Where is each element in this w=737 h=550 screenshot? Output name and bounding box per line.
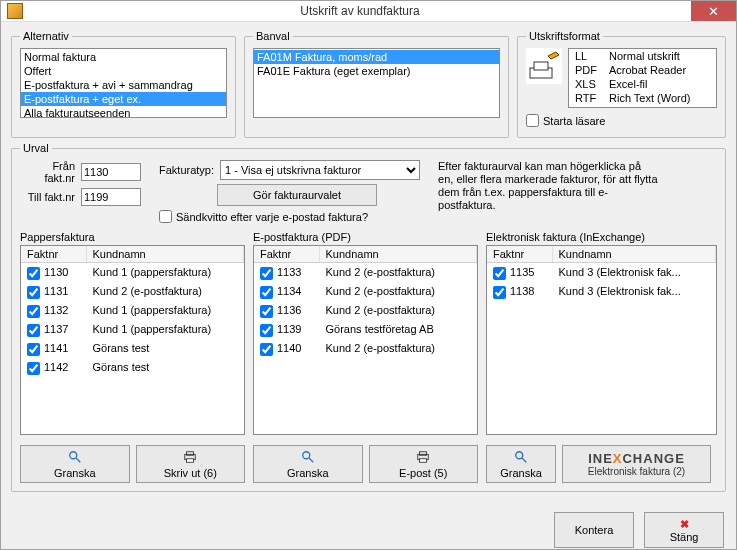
- sandkvitto-checkbox[interactable]: Sändkvitto efter varje e-postad faktura?: [159, 210, 368, 223]
- printer-icon: [183, 450, 197, 466]
- table-row[interactable]: 1141Görans test: [21, 339, 244, 358]
- table-row[interactable]: 1133Kund 2 (e-postfaktura): [254, 263, 477, 283]
- magnifier-icon: [68, 450, 82, 466]
- printer-icon: [416, 450, 430, 466]
- list-item[interactable]: E-postfaktura + eget ex.: [21, 92, 226, 106]
- epost-title: E-postfaktura (PDF): [253, 231, 478, 243]
- row-checkbox[interactable]: [27, 267, 40, 280]
- format-row[interactable]: PDFAcrobat Reader: [569, 63, 716, 77]
- row-checkbox[interactable]: [27, 362, 40, 375]
- list-item[interactable]: Normal faktura: [21, 50, 226, 64]
- elektronisk-title: Elektronisk faktura (InExchange): [486, 231, 717, 243]
- papers-grid[interactable]: FaktnrKundnamn1130Kund 1 (pappersfaktura…: [20, 245, 245, 435]
- utskriftsformat-legend: Utskriftsformat: [526, 30, 603, 42]
- urval-legend: Urval: [20, 142, 52, 154]
- row-checkbox[interactable]: [27, 324, 40, 337]
- close-button[interactable]: ✖ Stäng: [644, 512, 724, 548]
- col-faktnr[interactable]: Faktnr: [254, 246, 319, 263]
- table-row[interactable]: 1136Kund 2 (e-postfaktura): [254, 301, 477, 320]
- format-list[interactable]: LLNormal utskriftPDFAcrobat ReaderXLSExc…: [568, 48, 717, 108]
- table-row[interactable]: 1135Kund 3 (Elektronisk fak...: [487, 263, 716, 283]
- papers-title: Pappersfaktura: [20, 231, 245, 243]
- row-checkbox[interactable]: [260, 324, 273, 337]
- list-item[interactable]: E-postfaktura + avi + sammandrag: [21, 78, 226, 92]
- row-checkbox[interactable]: [27, 343, 40, 356]
- format-row[interactable]: XLSExcel-fil: [569, 77, 716, 91]
- svg-point-12: [516, 451, 523, 458]
- table-row[interactable]: 1132Kund 1 (pappersfaktura): [21, 301, 244, 320]
- table-row[interactable]: 1138Kund 3 (Elektronisk fak...: [487, 282, 716, 301]
- row-checkbox[interactable]: [260, 305, 273, 318]
- fakturatyp-label: Fakturatyp:: [159, 164, 214, 176]
- table-row[interactable]: 1131Kund 2 (e-postfaktura): [21, 282, 244, 301]
- row-checkbox[interactable]: [260, 286, 273, 299]
- banval-list[interactable]: FA01M Faktura, moms/radFA01E Faktura (eg…: [253, 48, 500, 118]
- svg-point-7: [303, 451, 310, 458]
- app-icon: [7, 3, 23, 19]
- inexchange-logo: INEXCHANGE: [588, 451, 685, 466]
- granska-papers-button[interactable]: Granska: [20, 445, 130, 483]
- svg-point-2: [70, 451, 77, 458]
- row-checkbox[interactable]: [27, 305, 40, 318]
- magnifier-icon: [514, 450, 528, 466]
- granska-elektronisk-button[interactable]: Granska: [486, 445, 556, 483]
- alternativ-list[interactable]: Normal fakturaOffertE-postfaktura + avi …: [20, 48, 227, 118]
- close-x-icon: ✖: [680, 518, 689, 531]
- table-row[interactable]: 1130Kund 1 (pappersfaktura): [21, 263, 244, 283]
- fakturatyp-select[interactable]: 1 - Visa ej utskrivna fakturor: [220, 160, 420, 180]
- urval-group: Urval Från fakt.nr Till fakt.nr Fakturat…: [11, 142, 726, 492]
- from-label: Från fakt.nr: [20, 160, 75, 184]
- table-row[interactable]: 1140Kund 2 (e-postfaktura): [254, 339, 477, 358]
- close-icon[interactable]: ✕: [691, 1, 736, 21]
- svg-rect-1: [534, 62, 548, 70]
- kontera-button[interactable]: Kontera: [554, 512, 634, 548]
- elektronisk-grid[interactable]: FaktnrKundnamn1135Kund 3 (Elektronisk fa…: [486, 245, 717, 435]
- col-kundnamn[interactable]: Kundnamn: [319, 246, 477, 263]
- window-title: Utskrift av kundfaktura: [29, 4, 691, 18]
- epost-button[interactable]: E-post (5): [369, 445, 479, 483]
- start-reader-checkbox[interactable]: Starta läsare: [526, 114, 605, 127]
- to-input[interactable]: [81, 188, 141, 206]
- row-checkbox[interactable]: [27, 286, 40, 299]
- epost-grid[interactable]: FaktnrKundnamn1133Kund 2 (e-postfaktura)…: [253, 245, 478, 435]
- svg-rect-6: [187, 458, 194, 462]
- alternativ-group: Alternativ Normal fakturaOffertE-postfak…: [11, 30, 236, 138]
- row-checkbox[interactable]: [493, 286, 506, 299]
- list-item[interactable]: FA01E Faktura (eget exemplar): [254, 64, 499, 78]
- table-row[interactable]: 1139Görans testföretag AB: [254, 320, 477, 339]
- granska-epost-button[interactable]: Granska: [253, 445, 363, 483]
- table-row[interactable]: 1142Görans test: [21, 358, 244, 377]
- col-faktnr[interactable]: Faktnr: [21, 246, 86, 263]
- col-kundnamn[interactable]: Kundnamn: [552, 246, 716, 263]
- magnifier-icon: [301, 450, 315, 466]
- svg-line-3: [76, 457, 80, 461]
- svg-line-8: [309, 457, 313, 461]
- skriv-ut-button[interactable]: Skriv ut (6): [136, 445, 246, 483]
- banval-legend: Banval: [253, 30, 293, 42]
- printer-pen-icon: [526, 48, 562, 84]
- table-row[interactable]: 1137Kund 1 (pappersfaktura): [21, 320, 244, 339]
- list-item[interactable]: Offert: [21, 64, 226, 78]
- footer: Kontera ✖ Stäng: [1, 502, 736, 550]
- svg-rect-11: [420, 458, 427, 462]
- format-row[interactable]: RTFRich Text (Word): [569, 91, 716, 105]
- do-selection-button[interactable]: Gör fakturaurvalet: [217, 184, 377, 206]
- title-bar: Utskrift av kundfaktura ✕: [1, 1, 736, 22]
- help-text: Efter fakturaurval kan man högerklicka p…: [438, 160, 658, 212]
- svg-line-13: [522, 457, 526, 461]
- from-input[interactable]: [81, 163, 141, 181]
- utskriftsformat-group: Utskriftsformat LLNormal utskriftPDFAcro…: [517, 30, 726, 138]
- row-checkbox[interactable]: [260, 267, 273, 280]
- row-checkbox[interactable]: [493, 267, 506, 280]
- to-label: Till fakt.nr: [20, 191, 75, 203]
- inexchange-button[interactable]: INEXCHANGE Elektronisk faktura (2): [562, 445, 711, 483]
- col-kundnamn[interactable]: Kundnamn: [86, 246, 244, 263]
- list-item[interactable]: Alla fakturautseenden: [21, 106, 226, 118]
- row-checkbox[interactable]: [260, 343, 273, 356]
- table-row[interactable]: 1134Kund 2 (e-postfaktura): [254, 282, 477, 301]
- list-item[interactable]: FA01M Faktura, moms/rad: [254, 50, 499, 64]
- banval-group: Banval FA01M Faktura, moms/radFA01E Fakt…: [244, 30, 509, 138]
- alternativ-legend: Alternativ: [20, 30, 72, 42]
- format-row[interactable]: LLNormal utskrift: [569, 49, 716, 63]
- col-faktnr[interactable]: Faktnr: [487, 246, 552, 263]
